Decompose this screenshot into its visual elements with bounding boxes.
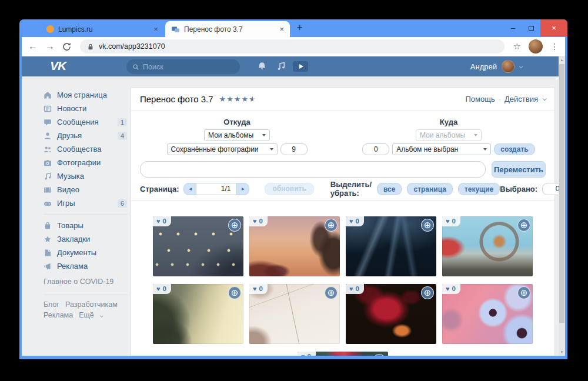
- photo-tile[interactable]: ♥0 ⊕: [442, 284, 533, 344]
- zoom-photo-icon[interactable]: ⊕: [228, 219, 241, 232]
- tab-close-icon[interactable]: ×: [279, 25, 284, 34]
- album-name-input[interactable]: [140, 161, 486, 178]
- sidebar-item-news[interactable]: Новости: [41, 102, 131, 115]
- move-row: Переместить: [140, 161, 546, 178]
- zoom-photo-icon[interactable]: ⊕: [517, 286, 530, 299]
- select-page-button[interactable]: страница: [407, 183, 452, 195]
- back-button[interactable]: ←: [28, 42, 38, 51]
- video-icon[interactable]: [293, 61, 308, 72]
- footer-link-developers[interactable]: Разработчикам: [65, 300, 118, 309]
- scrollbar-thumb[interactable]: [559, 64, 564, 323]
- photo-tile[interactable]: ♥0 ⊕: [249, 284, 340, 344]
- from-album-select[interactable]: Сохранённые фотографии: [167, 143, 278, 155]
- maximize-button[interactable]: [522, 24, 540, 32]
- sidebar-item-label: Друзья: [57, 131, 82, 140]
- transfer-form: Откуда Мои альбомы Сохранённые фотографи…: [131, 118, 554, 155]
- sidebar-item-video[interactable]: Видео: [41, 183, 131, 196]
- address-bar[interactable]: vk.com/app3231070: [80, 39, 505, 54]
- new-tab-button[interactable]: +: [297, 22, 302, 33]
- heart-icon: ♥: [446, 218, 450, 225]
- page-input[interactable]: [196, 183, 236, 195]
- likes-badge: ♥0: [153, 284, 171, 294]
- scroll-up-icon[interactable]: ▲: [559, 58, 565, 62]
- sidebar-item-bookmarks[interactable]: Закладки: [41, 232, 131, 246]
- film-icon: [44, 186, 52, 194]
- help-link[interactable]: Помощь: [465, 95, 495, 103]
- refresh-button[interactable]: [62, 42, 71, 51]
- from-count-input[interactable]: [280, 143, 308, 155]
- sidebar-item-communities[interactable]: Сообщества: [41, 142, 131, 156]
- sidebar-item-ads[interactable]: Реклама: [41, 259, 131, 273]
- document-icon: [44, 249, 52, 257]
- to-count-input[interactable]: [362, 143, 389, 155]
- to-label: Куда: [440, 118, 457, 127]
- next-page-button[interactable]: ►: [236, 183, 249, 195]
- scroll-down-icon[interactable]: ▼: [559, 350, 565, 354]
- zoom-photo-icon[interactable]: ⊕: [421, 219, 434, 232]
- sidebar-covid-link[interactable]: Главное о COVID-19: [41, 273, 131, 290]
- forward-button[interactable]: →: [45, 42, 55, 51]
- bookmark-star-icon[interactable]: ☆: [513, 41, 521, 52]
- footer-link-more[interactable]: Ещё: [79, 311, 94, 319]
- zoom-photo-icon[interactable]: ⊕: [325, 219, 338, 232]
- footer-link-ads[interactable]: Реклама: [44, 311, 73, 319]
- app-header-links: Помощь · Действия: [465, 95, 546, 103]
- app-title: Перенос фото 3.7: [140, 94, 213, 104]
- page-scrollbar[interactable]: ▲ ▼: [559, 56, 565, 356]
- photo-tile[interactable]: ♥0 ⊕: [249, 216, 340, 276]
- zoom-photo-icon[interactable]: ⊕: [421, 286, 434, 299]
- footer-link-blog[interactable]: Блог: [44, 300, 59, 309]
- notifications-bell-icon[interactable]: [257, 61, 267, 72]
- photo-tile[interactable]: ♥0 ⊕: [153, 216, 243, 276]
- close-button[interactable]: ×: [540, 19, 567, 36]
- sidebar-item-label: Игры: [57, 199, 75, 208]
- browser-menu-icon[interactable]: ⋮: [550, 42, 559, 51]
- to-albums-select[interactable]: Мои альбомы: [416, 129, 482, 141]
- photo-tile[interactable]: ♥0 ⊕: [298, 352, 388, 356]
- zoom-photo-icon[interactable]: ⊕: [373, 354, 386, 356]
- zoom-photo-icon[interactable]: ⊕: [228, 286, 241, 299]
- photo-tile[interactable]: ♥0 ⊕: [153, 284, 243, 344]
- tab-title: Lumpics.ru: [58, 25, 149, 34]
- to-album-select[interactable]: Альбом не выбран: [392, 143, 491, 155]
- browser-profile-avatar[interactable]: [529, 39, 543, 54]
- sidebar-item-my-page[interactable]: Моя страница: [41, 88, 131, 102]
- photo-tile[interactable]: ♥0 ⊕: [442, 216, 533, 276]
- actions-link[interactable]: Действия: [505, 95, 538, 103]
- sidebar-item-label: Видео: [57, 185, 79, 194]
- minimize-button[interactable]: –: [504, 24, 522, 32]
- create-album-button[interactable]: создать: [494, 143, 534, 155]
- heart-icon: ♥: [156, 285, 161, 292]
- sidebar-item-messages[interactable]: Сообщения 1: [41, 115, 131, 129]
- sidebar-item-documents[interactable]: Документы: [41, 246, 131, 259]
- sidebar-item-market[interactable]: Товары: [41, 219, 131, 232]
- from-albums-select[interactable]: Мои альбомы: [204, 129, 270, 141]
- sidebar-item-label: Музыка: [57, 172, 84, 181]
- chevron-down-icon: [543, 96, 547, 101]
- tab-lumpics[interactable]: Lumpics.ru ×: [41, 21, 164, 37]
- refresh-button[interactable]: обновить: [265, 183, 313, 195]
- photo-tile[interactable]: ♥0 ⊕: [346, 216, 436, 276]
- music-icon[interactable]: [276, 61, 286, 72]
- prev-page-button[interactable]: ◄: [183, 183, 196, 195]
- zoom-photo-icon[interactable]: ⊕: [517, 219, 530, 232]
- vk-user-menu[interactable]: Андрей: [470, 56, 522, 76]
- sidebar-item-games[interactable]: Игры 6: [41, 196, 131, 210]
- sidebar-item-label: Фотографии: [57, 158, 101, 167]
- chevron-down-icon: [100, 314, 103, 317]
- likes-badge: ♥0: [442, 216, 460, 226]
- sidebar-item-photos[interactable]: Фотографии: [41, 156, 131, 169]
- select-current-button[interactable]: текущие: [458, 183, 500, 195]
- photo-tile[interactable]: ♥0 ⊕: [346, 284, 436, 344]
- sidebar-item-music[interactable]: Музыка: [41, 169, 131, 183]
- sidebar-item-friends[interactable]: Друзья 4: [41, 129, 131, 142]
- tab-photo-transfer[interactable]: Перенос фото 3.7 ×: [165, 21, 290, 37]
- search-input[interactable]: [143, 63, 225, 71]
- vk-logo[interactable]: VK: [50, 59, 66, 73]
- move-button[interactable]: Переместить: [492, 161, 546, 178]
- vk-search-box[interactable]: [126, 59, 240, 74]
- select-all-button[interactable]: все: [377, 183, 402, 195]
- zoom-photo-icon[interactable]: ⊕: [325, 286, 338, 299]
- tab-close-icon[interactable]: ×: [153, 25, 158, 34]
- select-caret-icon: [474, 134, 477, 136]
